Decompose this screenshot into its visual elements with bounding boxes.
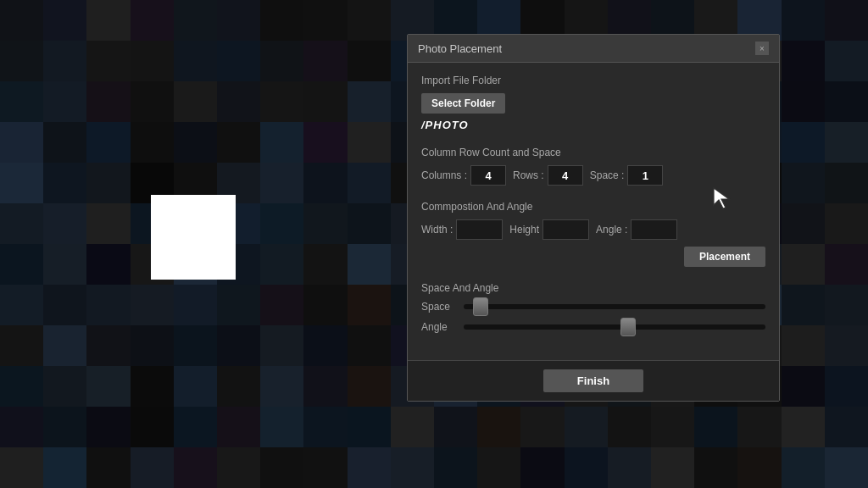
angle-slider-track[interactable] (464, 324, 765, 330)
space-angle-section: Space And Angle Space Angle (421, 282, 765, 333)
placement-row: Placement (421, 247, 765, 267)
space-input[interactable] (627, 165, 663, 186)
space-slider-thumb[interactable] (473, 297, 488, 316)
folder-path: /PHOTO (421, 119, 765, 131)
height-input[interactable] (542, 219, 589, 240)
preview-white-square (151, 195, 236, 280)
import-section: Import File Folder Select Folder /PHOTO (421, 75, 765, 131)
height-label: Height (509, 224, 539, 236)
placement-button[interactable]: Placement (684, 247, 765, 267)
column-section: Column Row Count and Space Columns : Row… (421, 147, 765, 186)
space-group: Space : (590, 165, 664, 186)
close-button[interactable]: × (755, 42, 769, 55)
photo-placement-dialog: Photo Placement × Import File Folder Sel… (407, 34, 780, 402)
rows-label: Rows : (513, 169, 544, 181)
composition-row: Width : Height Angle : (421, 219, 765, 240)
rows-group: Rows : (513, 165, 583, 186)
rows-input[interactable] (548, 165, 583, 186)
column-section-label: Column Row Count and Space (421, 147, 765, 158)
select-folder-button[interactable]: Select Folder (421, 93, 505, 114)
dialog-footer: Finish (408, 360, 779, 401)
height-group: Height (509, 219, 589, 240)
space-slider-row: Space (421, 301, 765, 313)
angle-label: Angle : (596, 224, 627, 236)
columns-label: Columns : (421, 169, 467, 181)
column-row-inputs: Columns : Rows : Space : (421, 165, 765, 186)
angle-input[interactable] (631, 219, 677, 240)
angle-slider-row: Angle (421, 321, 765, 333)
width-group: Width : (421, 219, 503, 240)
composition-section-label: Commpostion And Angle (421, 201, 765, 213)
columns-group: Columns : (421, 165, 506, 186)
angle-slider-label: Angle (421, 321, 455, 333)
width-input[interactable] (456, 219, 503, 240)
composition-section: Commpostion And Angle Width : Height Ang… (421, 201, 765, 267)
finish-button[interactable]: Finish (543, 369, 643, 392)
dialog-body: Import File Folder Select Folder /PHOTO … (408, 63, 779, 360)
space-slider-track[interactable] (464, 304, 765, 309)
dialog-title: Photo Placement (418, 42, 502, 55)
import-section-label: Import File Folder (421, 75, 765, 86)
angle-slider-thumb[interactable] (620, 318, 636, 336)
angle-group: Angle : (596, 219, 677, 240)
columns-input[interactable] (470, 165, 506, 186)
width-label: Width : (421, 224, 453, 236)
space-slider-label: Space (421, 301, 455, 313)
space-angle-label: Space And Angle (421, 282, 765, 294)
space-label: Space : (590, 169, 625, 181)
dialog-titlebar: Photo Placement × (408, 35, 779, 63)
